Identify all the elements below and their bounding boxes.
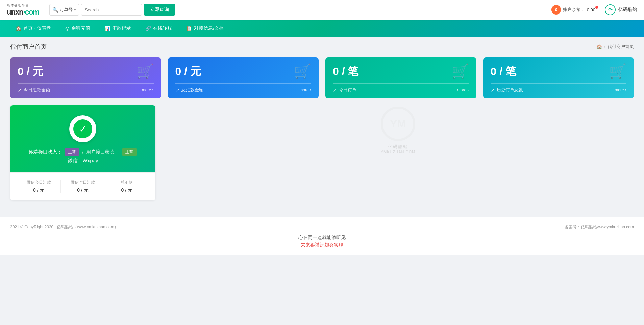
site-name-right: ⟳ 亿码酷站 (605, 4, 637, 15)
header: 媒体变现平台 unxn·com 🔍 订单号 ▾ 立即查询 ¥ 账户余额： 0.0… (0, 0, 644, 20)
stat-more-total-remit[interactable]: more › (299, 88, 311, 92)
footer-main: 2021 © CopyRight 2020 · 亿码酷站（www.ymkuzha… (10, 224, 634, 230)
site-logo: 媒体变现平台 unxn·com (7, 3, 39, 17)
payment-status-row: 终端接口状态： 正常 / 用户接口状态： 正常 (17, 148, 149, 156)
search-type-label: 订单号 (59, 7, 73, 13)
slash-separator: / (82, 149, 83, 155)
account-balance: ¥ 账户余额： 0.00 (551, 5, 598, 15)
wechat-yesterday-label: 微信昨日汇款 (64, 180, 101, 185)
nav-item-dashboard[interactable]: 🏠 首页 - 仪表盘 (10, 23, 56, 34)
watermark-svg: YM (368, 105, 428, 146)
watermark: YM 亿码酷站 YMKUZHAN.COM (368, 105, 428, 154)
nav-label-recharge: 余额充值 (71, 25, 90, 31)
stat-more-today-orders[interactable]: more › (457, 88, 469, 92)
cart-icon-4: 🛒 (609, 64, 626, 78)
footer: 2021 © CopyRight 2020 · 亿码酷站（www.ymkuzha… (0, 217, 644, 255)
trend-icon-3: ↗ (333, 87, 337, 93)
nav-bar: 🏠 首页 - 仪表盘 ◎ 余额充值 📊 汇款记录 🔗 在线转账 📋 对接信息/文… (0, 20, 644, 37)
footer-bottom: 心在同一边就能够听见 未来很遥远却会实现 (10, 235, 634, 248)
stat-bottom-4: ↗ 历史订单总数 more › (491, 83, 627, 93)
stat-card-today-orders: 0 / 笔 🛒 ↗ 今日订单 more › (325, 57, 476, 98)
payment-card-bottom: 微信今日汇款 0 / 元 微信昨日汇款 0 / 元 总汇款 0 / 元 (10, 172, 155, 200)
nav-item-records[interactable]: 📊 汇款记录 (99, 23, 137, 34)
page-title: 代付商户首页 (10, 43, 47, 51)
nav-label-records: 汇款记录 (112, 25, 131, 31)
total-remit-label: 总汇款 (108, 180, 145, 185)
breadcrumb: 🏠 › 代付商户首页 (597, 44, 634, 50)
home-icon: 🏠 (16, 26, 21, 31)
header-right: ¥ 账户余额： 0.00 ⟳ 亿码酷站 (551, 4, 637, 15)
watermark-url: YMKUZHAN.COM (368, 150, 428, 154)
terminal-status-label: 终端接口状态： (29, 149, 62, 155)
wechat-yesterday-remit: 微信昨日汇款 0 / 元 (61, 180, 105, 193)
search-area: 🔍 订单号 ▾ 立即查询 (49, 4, 175, 16)
user-status-label: 用户接口状态： (86, 149, 119, 155)
stat-bottom-3: ↗ 今日订单 more › (333, 83, 469, 93)
records-icon: 📊 (104, 26, 110, 31)
search-type-select[interactable]: 🔍 订单号 ▾ (49, 4, 79, 16)
stat-bottom-2: ↗ 总汇款金额 more › (175, 83, 312, 93)
breadcrumb-bar: 代付商户首页 🏠 › 代付商户首页 (0, 37, 644, 54)
logo-text: unxn·com (7, 8, 39, 17)
svg-text:YM: YM (390, 118, 406, 130)
cart-icon-2: 🛒 (294, 64, 311, 78)
stat-top-3: 0 / 笔 🛒 (333, 64, 469, 79)
stat-card-total-remit: 0 / 元 🛒 ↗ 总汇款金额 more › (168, 57, 319, 98)
stat-label-today-orders: ↗ 今日订单 (333, 87, 356, 93)
stats-row: 0 / 元 🛒 ↗ 今日汇款金额 more › 0 / 元 🛒 ↗ 总汇款金额 … (0, 54, 644, 105)
cart-icon-3: 🛒 (451, 64, 469, 78)
site-icon: ⟳ (605, 4, 616, 15)
trend-icon-2: ↗ (175, 87, 179, 93)
chevron-down-icon: ▾ (74, 8, 76, 12)
stat-label-today-remit: ↗ 今日汇款金额 (18, 87, 50, 93)
stat-bottom: ↗ 今日汇款金额 more › (18, 83, 154, 93)
stat-value-today-orders: 0 / 笔 (333, 64, 358, 79)
nav-label-dashboard: 首页 - 仪表盘 (23, 25, 51, 31)
stat-top-4: 0 / 笔 🛒 (491, 64, 627, 79)
total-remit-value: 0 / 元 (108, 187, 145, 193)
nav-label-docs: 对接信息/文档 (194, 25, 224, 31)
nav-item-transfer[interactable]: 🔗 在线转账 (140, 23, 177, 34)
notification-dot (595, 6, 598, 9)
nav-item-recharge[interactable]: ◎ 余额充值 (60, 23, 96, 34)
footer-quote1: 心在同一边就能够听见 (10, 235, 634, 241)
docs-icon: 📋 (186, 26, 192, 31)
payment-name: 微信＿Wxpay (17, 158, 149, 164)
wechat-today-value: 0 / 元 (20, 187, 57, 193)
recharge-icon: ◎ (65, 26, 69, 31)
wechat-yesterday-value: 0 / 元 (64, 187, 101, 193)
footer-icp: 备案号：亿码酷站www.ymkuzhan.com (565, 224, 634, 230)
stat-card-today-remit: 0 / 元 🛒 ↗ 今日汇款金额 more › (10, 57, 161, 98)
nav-item-docs[interactable]: 📋 对接信息/文档 (181, 23, 229, 34)
breadcrumb-home-icon[interactable]: 🏠 (597, 44, 602, 49)
site-name-label: 亿码酷站 (618, 7, 637, 13)
transfer-icon: 🔗 (145, 26, 151, 31)
logo-tagline: 媒体变现平台 (7, 3, 29, 8)
balance-label: 账户余额： (563, 7, 585, 13)
currency-icon: ¥ (551, 5, 561, 15)
stat-value-total-remit: 0 / 元 (175, 64, 201, 79)
stat-value-history-orders: 0 / 笔 (491, 64, 516, 79)
trend-icon-1: ↗ (18, 87, 22, 93)
total-remit: 总汇款 0 / 元 (105, 180, 149, 193)
breadcrumb-current: 代付商户首页 (608, 44, 634, 50)
stat-more-history-orders[interactable]: more › (615, 88, 626, 92)
trend-icon-4: ↗ (491, 87, 495, 93)
stat-label-history-orders: ↗ 历史订单总数 (491, 87, 523, 93)
payment-card-top: ✓ 终端接口状态： 正常 / 用户接口状态： 正常 微信＿Wxpay (10, 105, 155, 172)
stat-label-total-remit: ↗ 总汇款金额 (175, 87, 203, 93)
user-status-badge: 正常 (122, 148, 137, 156)
stat-top: 0 / 元 🛒 (18, 64, 154, 79)
search-button[interactable]: 立即查询 (144, 4, 175, 16)
main-content-row: ✓ 终端接口状态： 正常 / 用户接口状态： 正常 微信＿Wxpay 微信今日汇… (10, 105, 634, 200)
nav-label-transfer: 在线转账 (153, 25, 172, 31)
search-input[interactable] (81, 4, 142, 16)
wechat-today-remit: 微信今日汇款 0 / 元 (17, 180, 61, 193)
stat-top-2: 0 / 元 🛒 (175, 64, 312, 79)
stat-more-today-remit[interactable]: more › (142, 88, 154, 92)
check-icon: ✓ (73, 119, 92, 138)
search-icon: 🔍 (52, 7, 58, 13)
payment-card: ✓ 终端接口状态： 正常 / 用户接口状态： 正常 微信＿Wxpay 微信今日汇… (10, 105, 155, 200)
balance-amount: 0.00 (587, 7, 595, 13)
stat-card-history-orders: 0 / 笔 🛒 ↗ 历史订单总数 more › (483, 57, 634, 98)
